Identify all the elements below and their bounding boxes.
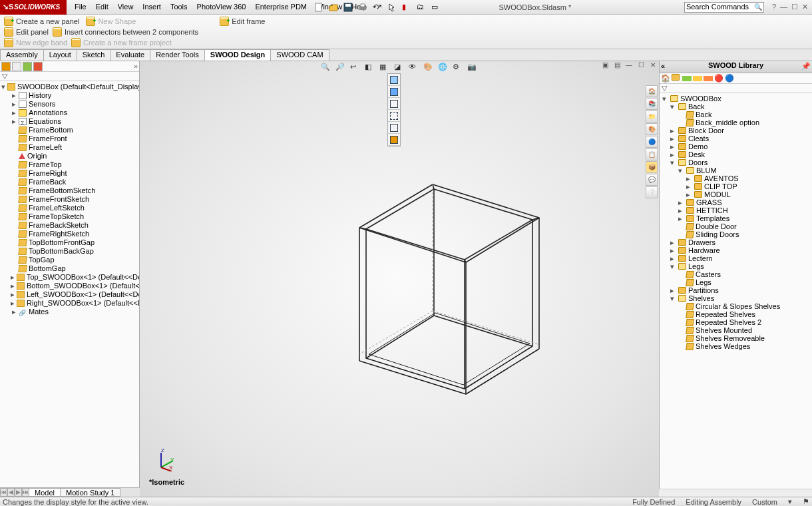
- home-tab-icon[interactable]: 🏠: [646, 85, 658, 97]
- view-orient-icon[interactable]: ▦: [379, 63, 390, 73]
- ribbon-edit-frame[interactable]: Edit frame: [220, 17, 265, 26]
- appearances-tab-icon[interactable]: 🔵: [646, 136, 658, 148]
- library-item[interactable]: ▾BLUM: [661, 166, 811, 174]
- feature-item[interactable]: FrameBackSketch: [1, 221, 138, 230]
- expand-icon[interactable]: ▸: [670, 126, 676, 134]
- expand-icon[interactable]: ▸: [11, 109, 17, 117]
- library-filter[interactable]: ▽: [660, 84, 812, 93]
- feature-item[interactable]: TopBottomBackGap: [1, 247, 138, 256]
- vp-cascade-icon[interactable]: ▤: [612, 61, 622, 71]
- feature-item[interactable]: ▸Annotations: [1, 109, 138, 117]
- feature-item[interactable]: TopGap: [1, 256, 138, 264]
- library-item[interactable]: ▸Desk: [661, 150, 811, 158]
- save-icon[interactable]: [343, 3, 353, 12]
- library-item[interactable]: ▸HETTICH: [661, 206, 811, 214]
- open-icon[interactable]: [329, 3, 338, 12]
- library-item[interactable]: ▾Legs: [661, 262, 811, 270]
- design-lib-tab-icon[interactable]: 📚: [646, 98, 658, 110]
- shaded-icon[interactable]: [388, 86, 400, 98]
- appearance-icon[interactable]: 🎨: [423, 63, 434, 73]
- feature-item[interactable]: FrameTop: [1, 160, 138, 169]
- lib-box-icon[interactable]: [672, 74, 681, 83]
- vp-tile-icon[interactable]: ▣: [600, 61, 610, 71]
- expand-icon[interactable]: ▸: [670, 238, 676, 246]
- feature-item[interactable]: TopBottomFrontGap: [1, 238, 138, 247]
- expand-icon[interactable]: ▸: [670, 286, 676, 294]
- expand-icon[interactable]: ▸: [670, 254, 676, 262]
- tab-evaluate[interactable]: Evaluate: [110, 49, 150, 61]
- tab-assembly[interactable]: Assembly: [0, 49, 44, 61]
- feature-item[interactable]: FrameBack: [1, 178, 138, 186]
- section-view-icon[interactable]: ◧: [365, 63, 375, 73]
- status-units[interactable]: Custom: [752, 498, 777, 506]
- lib-hardware-icon[interactable]: 🔵: [725, 74, 734, 83]
- expand-icon[interactable]: ▾: [678, 166, 684, 174]
- prev-view-icon[interactable]: ↩: [350, 63, 361, 73]
- library-item[interactable]: Back_middle option: [661, 119, 811, 126]
- expand-icon[interactable]: ▸: [11, 299, 15, 308]
- lib-home-icon[interactable]: 🏠: [661, 74, 670, 83]
- expand-icon[interactable]: ▸: [678, 206, 684, 214]
- scene-icon[interactable]: 🌐: [438, 63, 449, 73]
- library-item[interactable]: Repeated Shelves: [661, 310, 811, 318]
- library-item[interactable]: ▸Partitions: [661, 286, 811, 294]
- menu-enterprise-pdm[interactable]: Enterprise PDM: [251, 1, 311, 13]
- lib-panel-icon[interactable]: [682, 76, 692, 81]
- display-style-icon[interactable]: ◪: [394, 63, 405, 73]
- feature-item[interactable]: ▸Right_SWOODBox<1> (Default<<Default>_Di…: [1, 299, 138, 308]
- tab-swood-design[interactable]: SWOOD Design: [204, 49, 272, 61]
- menu-tools[interactable]: Tools: [166, 1, 192, 13]
- property-manager-tab-icon[interactable]: [12, 62, 21, 71]
- expand-icon[interactable]: ▾: [1, 83, 5, 91]
- feature-item[interactable]: ▸History: [1, 91, 138, 100]
- menu-file[interactable]: File: [71, 1, 91, 13]
- library-item[interactable]: Back: [661, 111, 811, 119]
- feature-tree-tab-icon[interactable]: [1, 62, 11, 71]
- feature-item[interactable]: ▸Top_SWOODBox<1> (Default<<Default>_Disp…: [1, 273, 138, 282]
- tab-next-icon[interactable]: ▶: [15, 488, 22, 497]
- display-manager-tab-icon[interactable]: [33, 62, 43, 71]
- library-item[interactable]: ▸Hardware: [661, 246, 811, 254]
- library-collapse-icon[interactable]: «: [661, 62, 665, 70]
- expand-icon[interactable]: ▸: [686, 182, 692, 190]
- feature-item[interactable]: FrameFront: [1, 134, 138, 143]
- lib-profile-icon[interactable]: [693, 76, 702, 81]
- library-item[interactable]: Shelves Removeable: [661, 334, 811, 342]
- minimize-icon[interactable]: —: [780, 3, 787, 11]
- status-flag-icon[interactable]: ⚑: [803, 497, 809, 506]
- library-item[interactable]: ▾Back: [661, 103, 811, 111]
- library-item[interactable]: ▸Cleats: [661, 134, 811, 142]
- library-item[interactable]: ▸Drawers: [661, 238, 811, 246]
- feature-item[interactable]: FrameBottomSketch: [1, 186, 138, 195]
- forum-tab-icon[interactable]: 💬: [646, 174, 658, 186]
- expand-icon[interactable]: ▸: [11, 282, 15, 290]
- expand-icon[interactable]: ▸: [11, 290, 15, 299]
- feature-filter[interactable]: ▽: [0, 72, 139, 81]
- menu-insert[interactable]: Insert: [138, 1, 165, 13]
- library-item[interactable]: Legs: [661, 278, 811, 286]
- feature-item[interactable]: FrameFrontSketch: [1, 195, 138, 204]
- feature-tree-root[interactable]: ▾ SWOODBox (Default<Default_Display Stat…: [1, 83, 138, 91]
- feature-item[interactable]: ▸Sensors: [1, 100, 138, 109]
- expand-icon[interactable]: ▸: [11, 273, 15, 282]
- expand-icon[interactable]: ▸: [678, 214, 684, 222]
- shaded-edges-icon[interactable]: [388, 74, 400, 86]
- library-item[interactable]: Casters: [661, 270, 811, 278]
- hide-show-icon[interactable]: 👁: [409, 63, 419, 73]
- library-item[interactable]: ▸AVENTOS: [661, 174, 811, 182]
- feature-item[interactable]: FrameLeftSketch: [1, 204, 138, 212]
- library-item[interactable]: ▸GRASS: [661, 198, 811, 206]
- expand-icon[interactable]: ▾: [662, 95, 668, 103]
- lib-material-icon[interactable]: 🔴: [714, 74, 723, 83]
- print-icon[interactable]: [358, 3, 367, 12]
- orientation-triad[interactable]: ZYX: [154, 447, 178, 471]
- expand-icon[interactable]: ▸: [686, 190, 692, 198]
- zoom-area-icon[interactable]: 🔎: [335, 63, 346, 73]
- tab-prev-icon[interactable]: ◀: [7, 488, 15, 497]
- feature-item[interactable]: ▸ΣEquations: [1, 117, 138, 126]
- settings-icon[interactable]: ▭: [431, 3, 441, 12]
- swood-lib-tab-icon[interactable]: 📦: [646, 161, 658, 173]
- help-icon[interactable]: ?: [772, 3, 776, 11]
- rebuild-icon[interactable]: ▮: [402, 3, 411, 12]
- expand-icon[interactable]: ▸: [678, 198, 684, 206]
